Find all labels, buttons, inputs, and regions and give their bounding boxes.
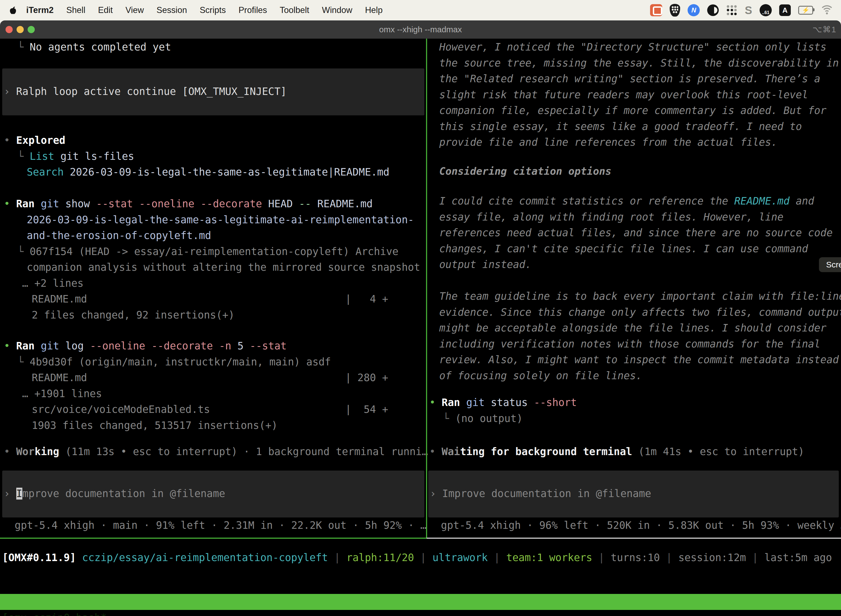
terminal-line: • Explored <box>0 132 426 148</box>
menu-item-help[interactable]: Help <box>359 5 389 15</box>
keyboard-layout-icon[interactable]: A <box>779 4 791 16</box>
terminal-line: including verification notes with those … <box>427 336 841 352</box>
working-status: • Working (11m 13s • esc to interrupt) ·… <box>0 444 426 460</box>
terminal-line: references need actual files, and since … <box>427 225 841 241</box>
terminal-line: essay file, along with finding root file… <box>427 209 841 225</box>
terminal-block: I could cite commit statistics or refere… <box>427 193 841 273</box>
terminal-line: might be acceptable alongside the file l… <box>427 320 841 336</box>
menu-item-shell[interactable]: Shell <box>60 5 92 15</box>
terminal-block: • Waiting for background terminal (1m 41… <box>427 444 841 460</box>
terminal-line: However, I noticed the "Directory Struct… <box>427 39 841 55</box>
active-pane-border <box>0 538 426 539</box>
terminal-block: • Working (11m 13s • esc to interrupt) ·… <box>0 444 426 460</box>
menu-item-session[interactable]: Session <box>150 5 193 15</box>
screen-share-label: Scre <box>826 260 841 269</box>
menu-items: iTerm2 Shell Edit View Session Scripts P… <box>0 5 389 15</box>
terminal-line: • Ran git status --short <box>427 395 841 411</box>
terminal-line: └ (no output) <box>427 411 841 427</box>
window-title-bar[interactable]: omx --xhigh --madmax ⌥⌘1 <box>0 21 841 39</box>
terminal-line: The team guideline is to back every impo… <box>427 288 841 304</box>
terminal-line: └ No agents completed yet <box>0 39 426 55</box>
menu-status-icons: N S ..61 A ⚡ <box>650 4 841 16</box>
crescent-circle-icon[interactable] <box>707 4 719 16</box>
terminal-block: • Ran git show --stat --oneline --decora… <box>0 196 426 323</box>
terminal-line: Search 2026-03-09-is-legal-the-same-as-l… <box>0 164 426 180</box>
right-pane[interactable]: However, I noticed the "Directory Struct… <box>427 39 841 539</box>
model-status: gpt-5.4 xhigh · main · 91% left · 2.31M … <box>0 518 426 534</box>
terminal-block: › Ralph loop active continue [OMX_TMUX_I… <box>0 84 426 100</box>
menu-item-edit[interactable]: Edit <box>92 5 119 15</box>
terminal-line: output instead. <box>427 257 841 273</box>
menu-item-iterm2[interactable]: iTerm2 <box>20 5 60 15</box>
terminal-line: companion analysis without altering the … <box>0 260 426 276</box>
inactive-pane-border <box>426 538 841 539</box>
window-shortcut-badge: ⌥⌘1 <box>813 21 837 39</box>
terminal-block: gpt-5.4 xhigh · main · 91% left · 2.31M … <box>0 518 426 534</box>
terminal-line: README.md | 280 + <box>0 370 426 386</box>
battery-icon[interactable]: ⚡ <box>798 6 813 15</box>
terminal-line: slight risk that future readers may over… <box>427 87 841 103</box>
omx-status-line: [OMX#0.11.9] cczip/essay/ai-reimplementa… <box>2 550 832 566</box>
terminal-line: └ 4b9d30f (origin/main, instructkr/main,… <box>0 354 426 370</box>
terminal-line: changes, I can't cite specific file line… <box>427 241 841 257</box>
menu-item-scripts[interactable]: Scripts <box>193 5 232 15</box>
terminal-line: evidence. Since this change only affects… <box>427 304 841 320</box>
chat-app-icon[interactable] <box>650 4 662 16</box>
terminal-line: • Ran git log --oneline --decorate -n 5 … <box>0 338 426 354</box>
prompt-input: › Improve documentation in @filename <box>427 486 841 502</box>
terminal-line: … +1901 lines <box>0 386 426 402</box>
pane-divider[interactable] <box>426 39 427 538</box>
terminal-block: › Improve documentation in @filename <box>427 486 841 502</box>
window-title: omx --xhigh --madmax <box>0 21 841 39</box>
menu-item-profiles[interactable]: Profiles <box>232 5 273 15</box>
tmux-status-bar: [omx-cczip0:bash* "MacBook-Pro-44.local"… <box>0 594 841 610</box>
s-curve-icon[interactable]: S <box>745 4 752 16</box>
terminal-line: and-the-erosion-of-copyleft.md <box>0 228 426 244</box>
terminal-line: • Ran git show --stat --oneline --decora… <box>0 196 426 212</box>
terminal-block: • Ran git status --short└ (no output) <box>427 395 841 427</box>
ralph-loop-status: › Ralph loop active continue [OMX_TMUX_I… <box>0 84 426 100</box>
terminal-block: › Improve documentation in @filename <box>0 486 426 502</box>
waiting-status: • Waiting for background terminal (1m 41… <box>427 444 841 460</box>
prompt-input: › Improve documentation in @filename <box>0 486 426 502</box>
terminal-line: the "Related research writing" section i… <box>427 71 841 87</box>
terminal-line: companion file, especially if more comme… <box>427 103 841 119</box>
menu-item-view[interactable]: View <box>119 5 150 15</box>
terminal-line: I could cite commit statistics or refere… <box>427 193 841 209</box>
wifi-icon[interactable] <box>820 5 833 15</box>
thinking-heading: Considering citation options <box>427 163 841 179</box>
terminal-block: Considering citation options <box>427 163 841 179</box>
terminal-line: 2 files changed, 92 insertions(+) <box>0 307 426 323</box>
menu-item-toolbelt[interactable]: Toolbelt <box>273 5 316 15</box>
terminal-line: the source tree, missing the essay. Stil… <box>427 55 841 71</box>
apple-icon[interactable] <box>9 6 16 15</box>
terminal-line: src/voice/voiceModeEnabled.ts | 54 + <box>0 402 426 418</box>
terminal-block: • Explored└ List git ls-filesSearch 2026… <box>0 132 426 180</box>
terminal-block: • Ran git log --oneline --decorate -n 5 … <box>0 338 426 433</box>
terminal-block: However, I noticed the "Directory Struct… <box>427 39 841 150</box>
terminal-content[interactable]: └ No agents completed yet› Ralph loop ac… <box>0 39 841 539</box>
terminal-line: README.md | 4 + <box>0 291 426 307</box>
tmux-session-label[interactable]: [omx-cczip0:bash* <box>2 610 107 616</box>
model-status: gpt-5.4 xhigh · 96% left · 520K in · 5.8… <box>427 518 841 534</box>
terminal-line: └ List git ls-files <box>0 148 426 164</box>
shield-grid-icon[interactable] <box>670 4 680 16</box>
terminal-line: of focusing solely on file lines. <box>427 368 841 384</box>
terminal-block: └ No agents completed yet <box>0 39 426 55</box>
terminal-block: gpt-5.4 xhigh · 96% left · 520K in · 5.8… <box>427 518 841 534</box>
screen-share-overlay[interactable]: Scre <box>819 257 841 272</box>
dots-grid-icon[interactable] <box>726 5 737 16</box>
terminal-line: review. Also, I might want to inspect th… <box>427 352 841 368</box>
terminal-line: 2026-03-09-is-legal-the-same-as-legitima… <box>0 212 426 228</box>
percent-badge-icon[interactable]: ..61 <box>760 4 772 16</box>
terminal-line: provide file and line references from th… <box>427 134 841 150</box>
terminal-line: this single essay, it seems like a good … <box>427 119 841 135</box>
terminal-block: The team guideline is to back every impo… <box>427 288 841 384</box>
menu-item-window[interactable]: Window <box>316 5 359 15</box>
menu-bar: iTerm2 Shell Edit View Session Scripts P… <box>0 0 841 21</box>
terminal-line: └ 067f154 (HEAD -> essay/ai-reimplementa… <box>0 244 426 260</box>
terminal-line: … +2 lines <box>0 276 426 292</box>
left-pane[interactable]: └ No agents completed yet› Ralph loop ac… <box>0 39 426 539</box>
blue-badge-icon[interactable]: N <box>687 4 700 16</box>
terminal-line: 1903 files changed, 513517 insertions(+) <box>0 418 426 434</box>
